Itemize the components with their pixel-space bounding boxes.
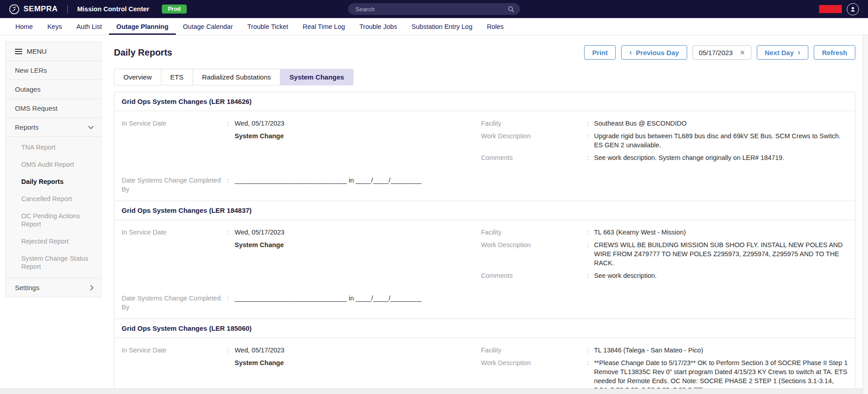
report-section: Grid Ops System Changes (LER 184837) In …: [114, 201, 855, 319]
user-avatar-icon[interactable]: [847, 3, 859, 15]
in-service-date-value: Wed, 05/17/2023: [235, 228, 470, 237]
report-section: Grid Ops System Changes (LER 185060) In …: [114, 319, 855, 394]
sidebar-item-label: New LERs: [15, 66, 47, 74]
in-service-date-label: In Service Date: [122, 119, 227, 128]
search-box[interactable]: [348, 3, 520, 15]
work-description-label: Work Description: [481, 240, 587, 267]
sidebar-subitem-tna-report[interactable]: TNA Report: [6, 139, 101, 156]
section-title: Grid Ops System Changes (LER 184626): [114, 92, 855, 111]
facility-value: TL 13846 (Talega - San Mateo - Pico): [594, 346, 848, 355]
username-redacted-block: [819, 5, 842, 13]
hamburger-icon: [15, 49, 22, 54]
change-type-value: System Change: [235, 358, 470, 367]
clear-date-icon[interactable]: ✕: [740, 49, 745, 56]
work-description-value: Upgrade rigid bus between TL689 bus disc…: [594, 131, 848, 150]
previous-day-button[interactable]: ‹ Previous Day: [621, 45, 687, 60]
next-day-button[interactable]: Next Day ›: [757, 45, 809, 60]
sidebar-item-new-lers[interactable]: New LERs: [6, 61, 101, 80]
sidebar-subitem-oms-audit-report[interactable]: OMS Audit Report: [6, 156, 101, 173]
in-service-date-label: In Service Date: [122, 346, 227, 355]
search-input[interactable]: [355, 6, 508, 13]
refresh-button-label: Refresh: [822, 49, 847, 56]
sidebar-item-outages[interactable]: Outages: [6, 80, 101, 99]
sidebar-item-settings[interactable]: Settings: [6, 278, 101, 297]
sidebar-item-label: Reports: [15, 123, 39, 131]
vertical-scrollbar[interactable]: [863, 35, 868, 394]
sidebar-menu-label: MENU: [27, 47, 47, 55]
tab-radialized-substations[interactable]: Radialized Substations: [193, 69, 281, 85]
tab-overview[interactable]: Overview: [114, 69, 161, 85]
app-title: Mission Control Center: [77, 5, 150, 13]
nav-item-auth-list[interactable]: Auth List: [69, 18, 109, 35]
top-header-bar: SEMPRA Mission Control Center Prod: [0, 0, 868, 18]
sidebar-subitem-rejected-report[interactable]: Rejected Report: [6, 233, 101, 250]
next-day-label: Next Day: [765, 49, 794, 56]
comments-label: Comments: [481, 271, 587, 280]
nav-item-keys[interactable]: Keys: [40, 18, 69, 35]
report-tabs: Overview ETS Radialized Substations Syst…: [114, 69, 855, 85]
sidebar-item-label: OMS Request: [15, 104, 57, 112]
section-title: Grid Ops System Changes (LER 184837): [114, 201, 855, 220]
search-icon[interactable]: [508, 6, 514, 13]
sempra-logo-icon: [9, 4, 19, 14]
nav-item-outage-calendar[interactable]: Outage Calendar: [176, 18, 240, 35]
chevron-right-icon: ›: [798, 49, 800, 56]
brand: SEMPRA Mission Control Center: [9, 4, 149, 14]
nav-item-trouble-jobs[interactable]: Trouble Jobs: [352, 18, 404, 35]
sidebar-subitem-system-change-status-report[interactable]: System Change Status Report: [6, 250, 101, 275]
nav-item-outage-planning[interactable]: Outage Planning: [109, 18, 175, 35]
nav-item-real-time-log[interactable]: Real Time Log: [296, 18, 353, 35]
nav-item-substation-entry-log[interactable]: Substation Entry Log: [404, 18, 480, 35]
work-description-value: CREWS WILL BE BUILDING MISSION SUB SHOO …: [594, 240, 848, 267]
in-service-date-value: Wed, 05/17/2023: [235, 346, 470, 355]
main-navigation: Home Keys Auth List Outage Planning Outa…: [0, 18, 868, 35]
comments-label: Comments: [481, 153, 587, 162]
sidebar-item-label: Outages: [15, 85, 41, 93]
refresh-button[interactable]: Refresh: [814, 45, 855, 60]
nav-item-home[interactable]: Home: [8, 18, 40, 35]
brand-divider: [67, 5, 68, 13]
horizontal-scrollbar[interactable]: [0, 389, 863, 394]
sidebar-subitem-cancelled-report[interactable]: Cancelled Report: [6, 190, 101, 207]
change-type-value: System Change: [235, 240, 470, 249]
sidebar-subitem-daily-reports[interactable]: Daily Reports: [6, 173, 101, 190]
sidebar-item-label: Settings: [15, 284, 39, 291]
nav-item-roles[interactable]: Roles: [480, 18, 511, 35]
completed-by-blank-line: _____________________________ in ____/__…: [235, 294, 848, 312]
completed-by-blank-line: _____________________________ in ____/__…: [235, 176, 848, 194]
facility-label: Facility: [481, 228, 587, 237]
print-button-label: Print: [592, 49, 608, 56]
sidebar-subitem-oc-pending-actions-report[interactable]: OC Pending Actions Report: [6, 207, 101, 233]
tab-ets[interactable]: ETS: [161, 69, 193, 85]
report-section: Grid Ops System Changes (LER 184626) In …: [114, 92, 855, 201]
chevron-left-icon: ‹: [629, 49, 632, 56]
brand-name: SEMPRA: [24, 5, 58, 14]
environment-badge: Prod: [162, 5, 186, 14]
chevron-down-icon: [88, 126, 94, 129]
facility-value: Southeast Bus @ ESCONDIDO: [594, 119, 848, 128]
sidebar: MENU New LERs Outages OMS Request Report…: [5, 42, 101, 297]
system-changes-card: Grid Ops System Changes (LER 184626) In …: [114, 92, 855, 394]
page-title: Daily Reports: [114, 47, 172, 58]
main-content: Daily Reports Print ‹ Previous Day 05/17…: [101, 35, 868, 394]
work-description-label: Work Description: [481, 131, 587, 150]
nav-item-trouble-ticket[interactable]: Trouble Ticket: [240, 18, 296, 35]
chevron-right-icon: [90, 285, 94, 291]
section-title: Grid Ops System Changes (LER 185060): [114, 319, 855, 338]
change-type-value: System Change: [235, 131, 470, 141]
facility-value: TL 663 (Kearny West - Mission): [594, 228, 848, 237]
report-date-value: 05/17/2023: [699, 49, 733, 56]
facility-label: Facility: [481, 346, 587, 355]
in-service-date-value: Wed, 05/17/2023: [235, 119, 470, 128]
sidebar-item-reports[interactable]: Reports: [6, 118, 101, 137]
comments-value: See work description. System change orig…: [594, 153, 848, 162]
print-button[interactable]: Print: [584, 45, 616, 60]
tab-system-changes[interactable]: System Changes: [280, 69, 354, 85]
in-service-date-label: In Service Date: [122, 228, 227, 237]
sidebar-item-oms-request[interactable]: OMS Request: [6, 99, 101, 118]
reports-submenu: TNA Report OMS Audit Report Daily Report…: [6, 137, 101, 278]
sidebar-menu-toggle[interactable]: MENU: [6, 42, 101, 61]
previous-day-label: Previous Day: [636, 49, 679, 56]
completed-by-label: Date Systems Change Completed By: [122, 294, 227, 312]
report-date-field[interactable]: 05/17/2023 ✕: [693, 45, 751, 60]
